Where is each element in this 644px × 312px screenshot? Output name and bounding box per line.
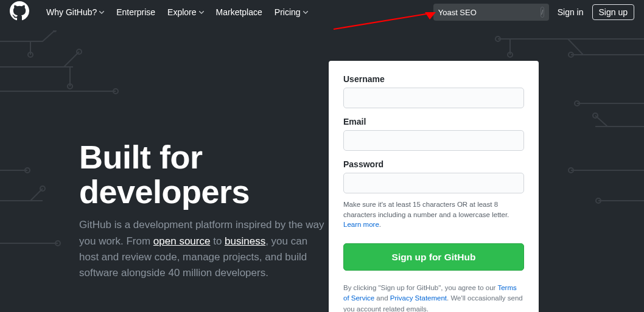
chevron-down-icon xyxy=(199,11,204,14)
signup-card: Username Email Password Make sure it's a… xyxy=(329,61,539,312)
search-wrap: / xyxy=(433,4,549,21)
chevron-down-icon xyxy=(303,11,308,14)
password-field[interactable] xyxy=(343,173,524,193)
nav-label: Marketplace xyxy=(216,7,262,17)
password-label: Password xyxy=(343,159,524,169)
nav-label: Why GitHub? xyxy=(46,7,97,17)
password-hint: Make sure it's at least 15 characters OR… xyxy=(343,199,524,230)
signin-link[interactable]: Sign in xyxy=(558,7,584,17)
nav-label: Enterprise xyxy=(116,7,155,17)
nav-label: Explore xyxy=(167,7,196,17)
search-input[interactable] xyxy=(438,8,541,17)
hero-blurb: GitHub is a development platform inspire… xyxy=(79,217,329,281)
username-label: Username xyxy=(343,74,524,84)
hero-title: Built for developers xyxy=(79,140,329,209)
legal-text: By clicking "Sign up for GitHub", you ag… xyxy=(343,283,524,312)
nav-why-github[interactable]: Why GitHub? xyxy=(40,7,110,17)
hero: Built for developers GitHub is a develop… xyxy=(79,61,329,312)
business-link[interactable]: business xyxy=(225,235,265,247)
username-field[interactable] xyxy=(343,88,524,108)
nav-explore[interactable]: Explore xyxy=(161,7,209,17)
privacy-link[interactable]: Privacy Statement xyxy=(390,294,447,302)
nav-label: Pricing xyxy=(275,7,301,17)
nav-enterprise[interactable]: Enterprise xyxy=(110,7,161,17)
open-source-link[interactable]: open source xyxy=(153,235,211,247)
email-field[interactable] xyxy=(343,130,524,151)
header: Why GitHub? Enterprise Explore Marketpla… xyxy=(0,0,644,24)
github-logo-icon[interactable] xyxy=(10,1,29,23)
slash-shortcut-badge: / xyxy=(541,7,544,18)
hero-title-line1: Built for xyxy=(79,139,202,175)
chevron-down-icon xyxy=(99,11,104,14)
signup-button[interactable]: Sign up xyxy=(592,4,634,20)
nav-pricing[interactable]: Pricing xyxy=(268,7,314,17)
email-label: Email xyxy=(343,117,524,127)
nav-marketplace[interactable]: Marketplace xyxy=(210,7,268,17)
main-nav: Why GitHub? Enterprise Explore Marketpla… xyxy=(40,7,314,17)
learn-more-link[interactable]: Learn more xyxy=(343,221,379,228)
hero-title-line2: developers xyxy=(79,173,250,210)
signup-submit-button[interactable]: Sign up for GitHub xyxy=(343,243,524,271)
